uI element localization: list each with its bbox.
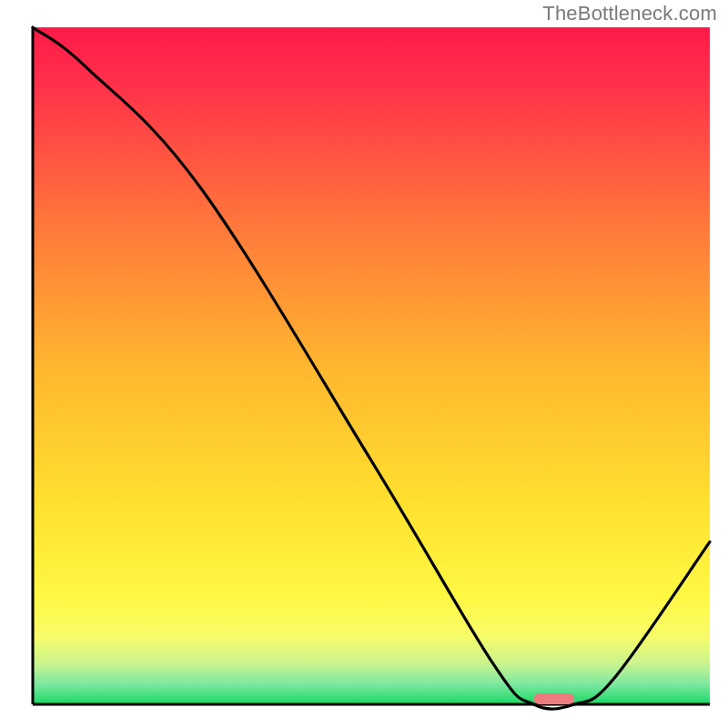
target-marker <box>534 693 575 704</box>
plot-background <box>33 27 710 704</box>
watermark-text: TheBottleneck.com <box>542 2 717 25</box>
bottleneck-chart: TheBottleneck.com <box>0 0 728 728</box>
chart-canvas <box>0 0 728 728</box>
